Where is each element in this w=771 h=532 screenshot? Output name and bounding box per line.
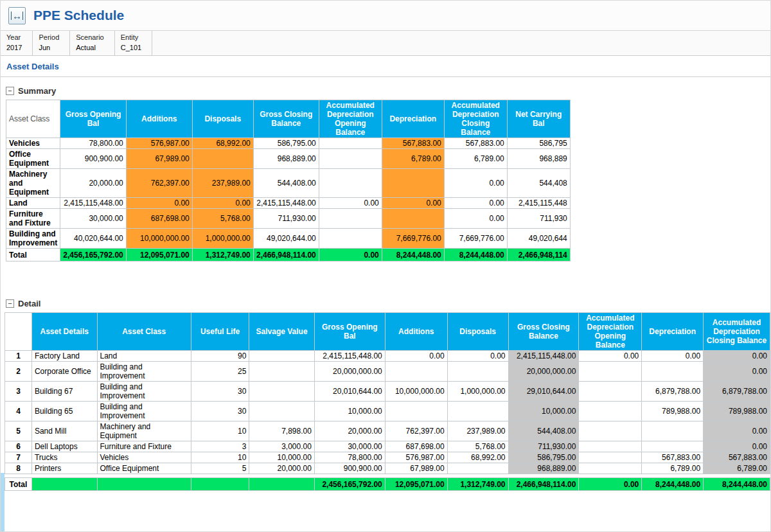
summary-cell[interactable] bbox=[319, 169, 382, 198]
detail-cell[interactable]: 10 bbox=[191, 421, 249, 441]
detail-cell[interactable] bbox=[579, 402, 642, 421]
summary-cell[interactable]: 68,992.00 bbox=[192, 138, 253, 149]
summary-cell[interactable]: 968,889.00 bbox=[253, 149, 319, 169]
detail-cell[interactable]: Building and Improvement bbox=[97, 382, 191, 402]
detail-cell[interactable]: 25 bbox=[191, 362, 249, 382]
detail-cell[interactable] bbox=[579, 421, 642, 441]
summary-cell[interactable] bbox=[319, 229, 382, 249]
detail-cell[interactable]: 20,010,644.00 bbox=[314, 382, 385, 402]
collapse-minus-icon[interactable]: − bbox=[6, 299, 14, 308]
detail-cell[interactable]: 687,698.00 bbox=[385, 441, 447, 452]
summary-cell[interactable]: 687,698.00 bbox=[126, 209, 192, 229]
detail-cell[interactable] bbox=[249, 382, 315, 402]
pov-item-scenario[interactable]: Scenario Actual bbox=[70, 31, 114, 55]
detail-cell[interactable] bbox=[385, 362, 447, 382]
summary-cell[interactable]: 0.00 bbox=[444, 209, 507, 229]
detail-cell[interactable] bbox=[249, 351, 315, 362]
detail-cell[interactable] bbox=[642, 441, 704, 452]
collapse-minus-icon[interactable]: − bbox=[6, 87, 14, 95]
detail-cell[interactable]: 0.00 bbox=[642, 351, 704, 362]
summary-cell[interactable]: 6,789.00 bbox=[382, 149, 444, 169]
summary-cell[interactable]: 0.00 bbox=[126, 198, 192, 209]
summary-cell[interactable] bbox=[319, 149, 382, 169]
detail-cell[interactable] bbox=[642, 421, 704, 441]
summary-cell[interactable]: 2,415,115,448 bbox=[507, 198, 570, 209]
asset-details-link[interactable]: Asset Details bbox=[6, 62, 59, 71]
detail-cell[interactable]: 3 bbox=[191, 441, 249, 452]
detail-cell[interactable]: Building 67 bbox=[31, 382, 97, 402]
detail-cell[interactable]: 762,397.00 bbox=[385, 421, 447, 441]
detail-cell[interactable]: 0.00 bbox=[579, 351, 642, 362]
summary-cell[interactable]: 1,000,000.00 bbox=[192, 229, 253, 249]
detail-cell[interactable]: 1,000,000.00 bbox=[447, 382, 508, 402]
detail-cell[interactable]: Trucks bbox=[31, 452, 97, 463]
detail-cell[interactable]: Sand Mill bbox=[31, 421, 97, 441]
summary-cell[interactable]: 576,987.00 bbox=[126, 138, 192, 149]
detail-cell[interactable]: 576,987.00 bbox=[385, 452, 447, 463]
summary-cell[interactable]: 0.00 bbox=[319, 198, 382, 209]
summary-cell[interactable]: 6,789.00 bbox=[444, 149, 507, 169]
summary-cell[interactable]: 7,669,776.00 bbox=[382, 229, 444, 249]
detail-cell[interactable]: 3,000.00 bbox=[249, 441, 315, 452]
detail-cell[interactable] bbox=[249, 402, 315, 421]
summary-cell[interactable]: 40,020,644.00 bbox=[60, 229, 126, 249]
summary-cell[interactable]: 586,795 bbox=[507, 138, 570, 149]
detail-cell[interactable]: Factory Land bbox=[31, 351, 97, 362]
detail-cell[interactable]: 68,992.00 bbox=[447, 452, 508, 463]
detail-cell[interactable]: 30 bbox=[191, 402, 249, 421]
summary-cell[interactable] bbox=[192, 149, 253, 169]
summary-cell[interactable]: 7,669,776.00 bbox=[444, 229, 507, 249]
detail-cell[interactable]: 5,768.00 bbox=[447, 441, 508, 452]
summary-cell[interactable]: 10,000,000.00 bbox=[126, 229, 192, 249]
detail-cell[interactable]: Corporate Office bbox=[31, 362, 97, 382]
detail-cell[interactable]: 78,800.00 bbox=[314, 452, 385, 463]
detail-cell[interactable]: 10,000,000.00 bbox=[385, 382, 447, 402]
detail-cell[interactable] bbox=[579, 452, 642, 463]
summary-cell[interactable]: 0.00 bbox=[192, 198, 253, 209]
summary-cell[interactable] bbox=[319, 138, 382, 149]
detail-cell[interactable]: Furniture and Fixture bbox=[97, 441, 191, 452]
detail-cell[interactable]: Machinery and Equipment bbox=[97, 421, 191, 441]
detail-cell[interactable]: 20,000.00 bbox=[314, 421, 385, 441]
summary-cell[interactable]: 78,800.00 bbox=[60, 138, 126, 149]
detail-cell[interactable] bbox=[447, 463, 508, 474]
detail-cell[interactable]: 0.00 bbox=[385, 351, 447, 362]
summary-cell[interactable]: 237,989.00 bbox=[192, 169, 253, 198]
summary-cell[interactable]: 711,930 bbox=[507, 209, 570, 229]
summary-cell[interactable]: 67,989.00 bbox=[126, 149, 192, 169]
detail-cell[interactable] bbox=[642, 362, 704, 382]
summary-cell[interactable]: 544,408.00 bbox=[253, 169, 319, 198]
detail-cell[interactable]: Building and Improvement bbox=[97, 402, 191, 421]
summary-cell[interactable]: 544,408 bbox=[507, 169, 570, 198]
summary-cell[interactable]: 30,000.00 bbox=[60, 209, 126, 229]
detail-cell[interactable]: 5 bbox=[191, 463, 249, 474]
detail-cell[interactable]: Printers bbox=[31, 463, 97, 474]
detail-cell[interactable]: Building 65 bbox=[31, 402, 97, 421]
detail-cell[interactable]: 30 bbox=[191, 382, 249, 402]
summary-cell[interactable]: 567,883.00 bbox=[382, 138, 444, 149]
summary-cell[interactable]: 5,768.00 bbox=[192, 209, 253, 229]
detail-cell[interactable]: 30,000.00 bbox=[314, 441, 385, 452]
summary-cell[interactable]: 49,020,644.00 bbox=[253, 229, 319, 249]
summary-cell[interactable] bbox=[382, 169, 444, 198]
summary-cell[interactable]: 2,415,115,448.00 bbox=[253, 198, 319, 209]
detail-cell[interactable] bbox=[579, 382, 642, 402]
pov-toggle-button[interactable]: ↔ bbox=[8, 7, 26, 24]
detail-cell[interactable] bbox=[249, 362, 315, 382]
detail-cell[interactable] bbox=[447, 362, 508, 382]
detail-cell[interactable]: Dell Laptops bbox=[31, 441, 97, 452]
detail-cell[interactable]: 10,000.00 bbox=[314, 402, 385, 421]
detail-cell[interactable] bbox=[579, 463, 642, 474]
detail-cell[interactable]: 567,883.00 bbox=[642, 452, 704, 463]
detail-cell[interactable]: 7,898.00 bbox=[249, 421, 315, 441]
detail-cell[interactable]: 90 bbox=[191, 351, 249, 362]
detail-cell[interactable]: 237,989.00 bbox=[447, 421, 508, 441]
detail-cell[interactable] bbox=[579, 362, 642, 382]
summary-cell[interactable]: 0.00 bbox=[382, 198, 444, 209]
summary-cell[interactable]: 2,415,115,448.00 bbox=[60, 198, 126, 209]
detail-cell[interactable] bbox=[579, 441, 642, 452]
summary-cell[interactable]: 0.00 bbox=[444, 169, 507, 198]
summary-cell[interactable] bbox=[382, 209, 444, 229]
summary-cell[interactable]: 567,883.00 bbox=[444, 138, 507, 149]
pov-item-period[interactable]: Period Jun bbox=[33, 31, 70, 55]
